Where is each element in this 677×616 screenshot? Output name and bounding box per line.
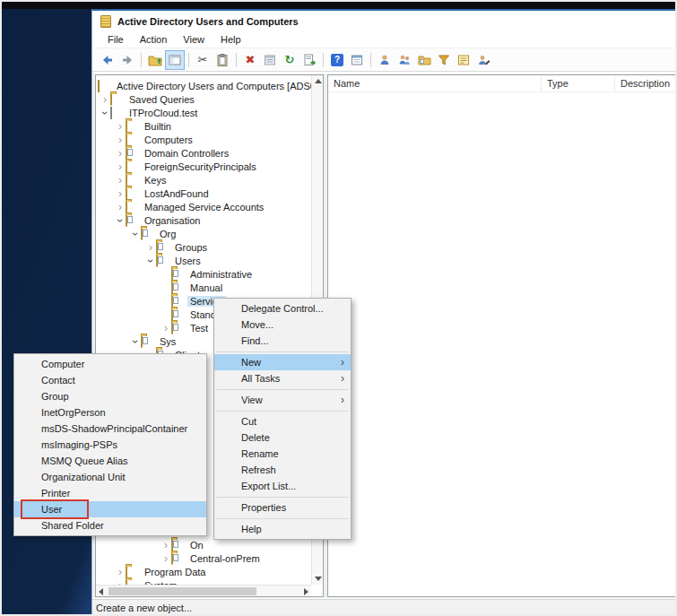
create-group-icon[interactable] [395, 50, 414, 70]
refresh-icon[interactable]: ↻ [280, 50, 299, 70]
menu-item-label: InetOrgPerson [41, 407, 106, 418]
filter-icon[interactable] [434, 50, 454, 70]
menu-item-inetorgperson[interactable]: InetOrgPerson [14, 404, 206, 421]
menu-view[interactable]: View [177, 33, 211, 46]
menu-item-export-list[interactable]: Export List... [214, 478, 351, 494]
menu-item-label: Export List... [241, 481, 296, 491]
scroll-up-arrow-icon[interactable] [315, 79, 322, 83]
chevron-collapsed-icon[interactable]: › [115, 148, 126, 159]
tree-item-label: Organisation [142, 215, 203, 226]
menu-item-msds-shadowprincipalcontainer[interactable]: msDS-ShadowPrincipalContainer [14, 421, 206, 437]
chevron-collapsed-icon[interactable]: › [161, 540, 171, 551]
show-console-tree-icon[interactable] [165, 50, 185, 70]
create-user-icon[interactable] [375, 50, 395, 70]
menu-item-contact[interactable]: Contact [14, 372, 206, 388]
chevron-expanded-icon[interactable]: › [130, 229, 141, 239]
status-bar: Create a new object... [92, 599, 677, 615]
cut-icon[interactable]: ✂ [193, 50, 213, 70]
tree-item-label: Test [187, 323, 211, 334]
new-window-icon[interactable] [347, 50, 367, 70]
menu-action[interactable]: Action [134, 33, 174, 46]
menu-item-label: Rename [241, 448, 279, 459]
chevron-collapsed-icon[interactable]: › [115, 567, 126, 577]
menu-item-find[interactable]: Find... [214, 333, 351, 349]
column-header-description[interactable]: Description [615, 75, 676, 91]
menu-item-label: Shared Folder [41, 520, 104, 531]
menu-item-computer[interactable]: Computer [14, 356, 206, 372]
menu-item-move[interactable]: Move... [214, 317, 351, 333]
menu-item-label: Find... [241, 335, 269, 346]
menu-item-new[interactable]: New› [214, 354, 351, 370]
menu-item-msmq-queue-alias[interactable]: MSMQ Queue Alias [14, 453, 206, 469]
scrollbar-thumb[interactable] [108, 587, 256, 595]
menu-item-msimaging-psps[interactable]: msImaging-PSPs [14, 437, 206, 453]
scroll-down-arrow-icon[interactable] [315, 577, 322, 581]
menu-item-rename[interactable]: Rename [214, 446, 351, 462]
menu-item-refresh[interactable]: Refresh [214, 462, 351, 478]
menu-item-delete[interactable]: Delete [214, 429, 351, 446]
menu-item-all-tasks[interactable]: All Tasks› [214, 370, 351, 386]
tree-item-groups[interactable]: ›Groups [96, 240, 311, 254]
chevron-collapsed-icon[interactable]: › [161, 323, 171, 334]
domain-icon [110, 108, 123, 118]
menu-item-label: Delete [241, 432, 270, 443]
tree-item-org[interactable]: ›Org [96, 227, 311, 240]
export-list-icon[interactable] [299, 50, 319, 70]
menu-item-label: Cut [241, 416, 256, 427]
column-header-name[interactable]: Name [328, 75, 542, 91]
desktop: Active Directory Users and Computers Fil… [0, 0, 677, 616]
scroll-left-arrow-icon[interactable] [99, 588, 103, 595]
menu-item-view[interactable]: View› [214, 392, 351, 408]
tree-item-users[interactable]: ›Users [96, 254, 311, 267]
chevron-collapsed-icon[interactable]: › [115, 161, 126, 172]
menu-item-cut[interactable]: Cut [214, 413, 351, 429]
tree-item-organisation[interactable]: ›Organisation [96, 213, 311, 227]
tree-item-label: Groups [172, 242, 210, 253]
back-icon[interactable] [98, 50, 117, 70]
menu-item-properties[interactable]: Properties [214, 499, 351, 516]
create-ou-icon[interactable] [414, 50, 434, 70]
chevron-collapsed-icon[interactable]: › [115, 202, 126, 213]
view-list-icon[interactable] [454, 50, 473, 70]
chevron-collapsed-icon[interactable]: › [115, 121, 126, 132]
tree-item-system[interactable]: ›System [96, 578, 311, 585]
paste-icon[interactable] [213, 50, 232, 70]
menu-help[interactable]: Help [214, 33, 247, 46]
chevron-collapsed-icon[interactable]: › [115, 175, 126, 186]
menu-item-shared-folder[interactable]: Shared Folder [14, 517, 206, 534]
menu-item-delegate-control[interactable]: Delegate Control... [214, 300, 351, 317]
chevron-expanded-icon[interactable]: › [115, 215, 126, 226]
delete-icon[interactable]: ✖ [240, 50, 260, 70]
menu-item-help[interactable]: Help [214, 521, 351, 537]
tree-item-active-directory-users-and-computers-ads01-itp[interactable]: Active Directory Users and Computers [AD… [96, 79, 311, 92]
chevron-collapsed-icon[interactable]: › [161, 553, 171, 564]
tree-horizontal-scrollbar[interactable] [96, 585, 311, 596]
tree-item-manual[interactable]: Manual [96, 281, 311, 294]
chevron-expanded-icon[interactable]: › [100, 108, 110, 118]
desktop-top-strip [2, 2, 675, 9]
forward-icon[interactable] [117, 50, 137, 70]
menu-item-label: msDS-ShadowPrincipalContainer [41, 423, 187, 434]
chevron-collapsed-icon[interactable]: › [115, 134, 126, 145]
menu-item-label: Delegate Control... [241, 303, 324, 314]
tree-item-saved-queries[interactable]: ›Saved Queries [96, 92, 311, 106]
chevron-expanded-icon[interactable]: › [130, 336, 141, 347]
chevron-collapsed-icon[interactable]: › [100, 94, 110, 105]
help-icon[interactable]: ? [327, 50, 347, 70]
properties-icon[interactable] [260, 50, 280, 70]
menu-item-organizational-unit[interactable]: Organizational Unit [14, 469, 206, 485]
tree-item-administrative[interactable]: Administrative [96, 267, 311, 281]
menu-file[interactable]: File [101, 33, 130, 46]
find-object-icon[interactable] [473, 50, 493, 70]
column-header-type[interactable]: Type [542, 75, 615, 91]
chevron-expanded-icon[interactable]: › [145, 256, 156, 266]
title-bar[interactable]: Active Directory Users and Computers [92, 11, 677, 31]
chevron-collapsed-icon[interactable]: › [145, 242, 156, 253]
up-one-level-icon[interactable] [145, 50, 165, 70]
menu-item-label: Help [241, 524, 262, 534]
tree-item-on[interactable]: ›On [96, 538, 311, 551]
scroll-right-arrow-icon[interactable] [304, 588, 308, 595]
menu-item-group[interactable]: Group [14, 388, 206, 404]
ou-icon [156, 256, 169, 266]
chevron-collapsed-icon[interactable]: › [115, 188, 126, 199]
